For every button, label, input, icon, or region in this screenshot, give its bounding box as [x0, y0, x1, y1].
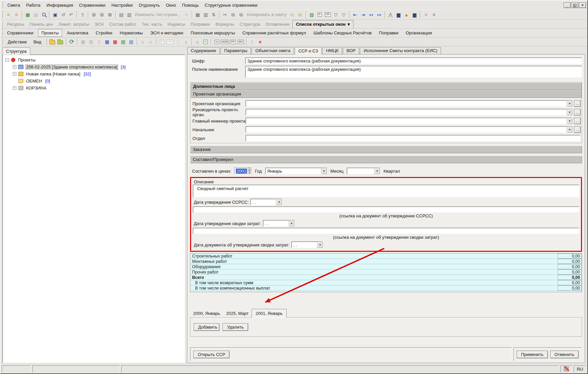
- strip-tekh-chast[interactable]: Тех. часть: [139, 20, 165, 28]
- tree-item-novaya-papka[interactable]: + Новая папка [Новая папка] [32]: [4, 70, 183, 77]
- row-kompensatsionnykh-vyplat[interactable]: В том числе компенсационных выплат 0,00: [190, 286, 582, 291]
- tree-expander[interactable]: +: [13, 65, 16, 69]
- chevron-down-icon[interactable]: ▼: [567, 127, 572, 133]
- keyboard-layout-indicator[interactable]: RU: [574, 365, 586, 373]
- date-doc-svodka-combo[interactable]: . . ▼: [291, 241, 323, 248]
- tree-item-proekty[interactable]: − Проекты: [4, 56, 183, 63]
- official-combo[interactable]: ▼: [246, 118, 573, 124]
- quarter-combo[interactable]: ▼: [347, 168, 380, 174]
- menu-strukturnye-spravochniki[interactable]: Структурные справочники: [202, 2, 261, 9]
- row-prochikh-rabot[interactable]: Прочих работ 0,00: [190, 269, 582, 275]
- lookup-ellipsis-button[interactable]: …: [574, 100, 581, 107]
- strip-resursy[interactable]: Ресурсы: [4, 20, 27, 28]
- folder-up-icon[interactable]: [48, 38, 56, 45]
- apply-button[interactable]: Применить: [517, 351, 548, 358]
- percent-icon[interactable]: %: [201, 38, 209, 45]
- layers-pink-icon[interactable]: ≡: [422, 11, 430, 18]
- tab-analitika[interactable]: Аналитика: [64, 29, 91, 36]
- period-tab-2001-january[interactable]: 2001, Январь: [252, 309, 287, 318]
- menu-rabota[interactable]: Работа: [23, 2, 43, 9]
- layers-blue-icon[interactable]: ≡: [430, 11, 438, 18]
- house-add-icon[interactable]: ⌂: [139, 38, 147, 45]
- full-name-input[interactable]: Здание спортивного комплекса (рабочая до…: [245, 66, 582, 78]
- refresh-icon[interactable]: ↺: [59, 11, 67, 18]
- close-window-icon[interactable]: ×: [256, 38, 264, 45]
- period-tab-2000-january[interactable]: 2000, Январь: [190, 310, 223, 317]
- description-input[interactable]: Сводный сметный расчет: [193, 185, 579, 197]
- book-icon[interactable]: ▧: [308, 11, 316, 18]
- add-period-button[interactable]: Добавить: [194, 323, 219, 331]
- tab-esn-i-metodiki[interactable]: ЭСН и методики: [148, 29, 186, 36]
- tab-spravochnik-raschyotnykh-formul[interactable]: Справочник расчётных формул: [240, 29, 309, 36]
- record-delete-icon[interactable]: ⊠: [106, 11, 114, 18]
- chevron-down-icon[interactable]: ▼: [567, 109, 572, 115]
- outline-left-icon[interactable]: ⇤: [351, 11, 359, 18]
- undo-icon[interactable]: ↶: [67, 11, 75, 18]
- menu-spravochniki[interactable]: Справочники: [76, 2, 109, 9]
- print-settings-icon[interactable]: ▥: [125, 11, 133, 18]
- refresh-icon[interactable]: ⟳: [68, 38, 76, 45]
- menu-deystvie[interactable]: Действие: [4, 38, 30, 45]
- tab-spravochniki[interactable]: Справочники: [4, 29, 36, 36]
- chevron-down-icon[interactable]: ▼: [289, 220, 294, 226]
- tree-item-256-02-2025[interactable]: + 256-02-2025 [Здание спортивного компле…: [4, 63, 183, 70]
- materials-icon[interactable]: ▲: [403, 11, 411, 18]
- chevron-down-icon[interactable]: ▼: [317, 242, 323, 248]
- tab-nmtsk[interactable]: НМЦК: [322, 47, 342, 54]
- organizations-icon[interactable]: ⌂: [193, 38, 201, 45]
- tree-level-icon[interactable]: ≡: [12, 11, 20, 18]
- paste-icon[interactable]: ⧉: [237, 11, 245, 18]
- shift-right-icon[interactable]: ↦: [375, 11, 383, 18]
- menu-vid[interactable]: Вид: [30, 38, 45, 45]
- dept-input[interactable]: [246, 135, 581, 142]
- index-rr-icon[interactable]: РР: [229, 38, 237, 45]
- design-org-header[interactable]: Проектная организация: [190, 90, 582, 98]
- date-svodka-combo[interactable]: . . ▼: [263, 220, 295, 227]
- row-stroitelnykh-rabot[interactable]: Строительных работ 0,00: [190, 253, 582, 259]
- tree-expander[interactable]: +: [13, 86, 16, 90]
- print-icon[interactable]: ▤: [117, 11, 125, 18]
- outline-right-icon[interactable]: ⇥: [359, 11, 367, 18]
- cut-icon[interactable]: ✂: [221, 11, 229, 18]
- record-insert-icon[interactable]: ⊞: [98, 11, 106, 18]
- tree-item-obmen[interactable]: ОБМЕН [0]: [4, 77, 183, 84]
- lookup-ellipsis-button[interactable]: …: [574, 118, 581, 124]
- minimize-button[interactable]: _: [564, 2, 571, 8]
- chevron-down-icon[interactable]: ▼: [567, 101, 572, 107]
- index-percent-icon[interactable]: %: [213, 38, 221, 45]
- close-button[interactable]: ×: [579, 2, 586, 8]
- tree-expander[interactable]: +: [13, 72, 16, 76]
- strip-indeksy[interactable]: Индексы: [165, 20, 188, 28]
- restore-button[interactable]: ◱: [571, 2, 578, 8]
- lookup-ellipsis-button[interactable]: …: [574, 109, 581, 116]
- strip-struktura[interactable]: Структура: [237, 20, 263, 28]
- tree-structure-icon[interactable]: ≡: [4, 11, 12, 18]
- folder-new-icon[interactable]: [56, 38, 64, 45]
- methodic-book-icon[interactable]: ▧: [119, 38, 127, 45]
- strip-formuly[interactable]: Формулы: [212, 20, 237, 28]
- table-columns-icon[interactable]: ▥: [202, 11, 210, 18]
- menu-okno[interactable]: Окно: [163, 2, 179, 9]
- delete-period-button[interactable]: Удалить: [223, 323, 248, 331]
- tab-organizatsii[interactable]: Организации: [403, 29, 435, 36]
- customer-header[interactable]: Заказчик: [190, 146, 582, 153]
- menu-pomoshch[interactable]: Помощь: [179, 2, 202, 9]
- tab-ssr-i-sz[interactable]: ССР и СЗ: [295, 47, 322, 54]
- tab-proekty[interactable]: Проекты: [38, 29, 62, 37]
- search-icon[interactable]: [40, 11, 48, 18]
- tab-ispolnenie-smety-kontrakta[interactable]: Исполнение Сметы контракта (ЕИС): [360, 47, 441, 54]
- tab-poiskovye-marshruty[interactable]: Поисковые маршруты: [188, 29, 238, 36]
- chevron-down-icon[interactable]: ▼: [276, 199, 282, 205]
- menu-nastroyki[interactable]: Настройки: [108, 2, 136, 9]
- norm-book-icon[interactable]: ▧: [127, 38, 135, 45]
- index-f3-icon[interactable]: Ф3: [237, 38, 245, 45]
- chevron-down-icon[interactable]: ▼: [567, 118, 572, 124]
- spin-up-icon[interactable]: ▲: [248, 168, 251, 171]
- tab-shablony-svodnykh-raschyotov[interactable]: Шаблоны Сводных Расчётов: [311, 29, 374, 36]
- strip-oglavlenie[interactable]: Оглавление: [263, 20, 292, 28]
- move-down-icon[interactable]: ↓: [182, 38, 190, 45]
- filter-clear-icon[interactable]: ▽: [340, 11, 348, 18]
- official-combo[interactable]: ▼: [246, 126, 573, 133]
- date-ssrcc-combo[interactable]: . . ▼: [250, 199, 282, 205]
- chevron-down-icon[interactable]: ▼: [321, 168, 327, 174]
